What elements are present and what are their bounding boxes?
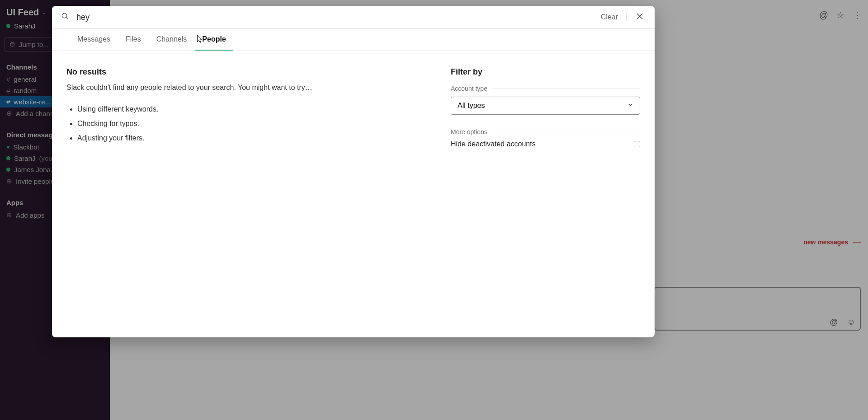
no-results-text: Slack couldn't find any people related t…	[66, 82, 433, 93]
checkbox-icon[interactable]	[634, 141, 640, 147]
account-type-label: Account type	[451, 85, 640, 92]
tip-item: Checking for typos.	[77, 117, 433, 131]
chevron-down-icon	[627, 102, 633, 110]
search-modal: Clear Messages Files Channels People No …	[52, 6, 655, 337]
account-type-value: All types	[458, 102, 485, 110]
tab-messages[interactable]: Messages	[70, 29, 118, 51]
tips-list: Using different keywords. Checking for t…	[66, 102, 433, 145]
hide-deactivated-row[interactable]: Hide deactivated accounts	[451, 140, 640, 148]
account-type-select[interactable]: All types	[451, 97, 640, 115]
tab-people[interactable]: People	[195, 29, 233, 51]
tip-item: Using different keywords.	[77, 102, 433, 117]
tip-item: Adjusting your filters.	[77, 131, 433, 145]
svg-point-0	[62, 13, 67, 18]
clear-button[interactable]: Clear	[601, 13, 627, 21]
results-column: No results Slack couldn't find any peopl…	[66, 67, 433, 321]
hide-deactivated-label: Hide deactivated accounts	[451, 140, 536, 148]
search-row: Clear	[52, 6, 655, 29]
svg-line-1	[66, 17, 68, 19]
modal-body: No results Slack couldn't find any peopl…	[52, 51, 655, 337]
more-options-label: More options	[451, 128, 640, 135]
filter-title: Filter by	[451, 67, 640, 77]
search-icon	[61, 12, 69, 23]
account-type-label-text: Account type	[451, 85, 487, 92]
search-tabs: Messages Files Channels People	[52, 29, 655, 51]
no-results-title: No results	[66, 67, 433, 77]
search-input[interactable]	[76, 13, 594, 22]
close-button[interactable]	[634, 11, 646, 23]
filter-column: Filter by Account type All types More op…	[451, 67, 640, 321]
more-options-label-text: More options	[451, 128, 487, 135]
tab-files[interactable]: Files	[118, 29, 148, 51]
tab-channels[interactable]: Channels	[149, 29, 194, 51]
